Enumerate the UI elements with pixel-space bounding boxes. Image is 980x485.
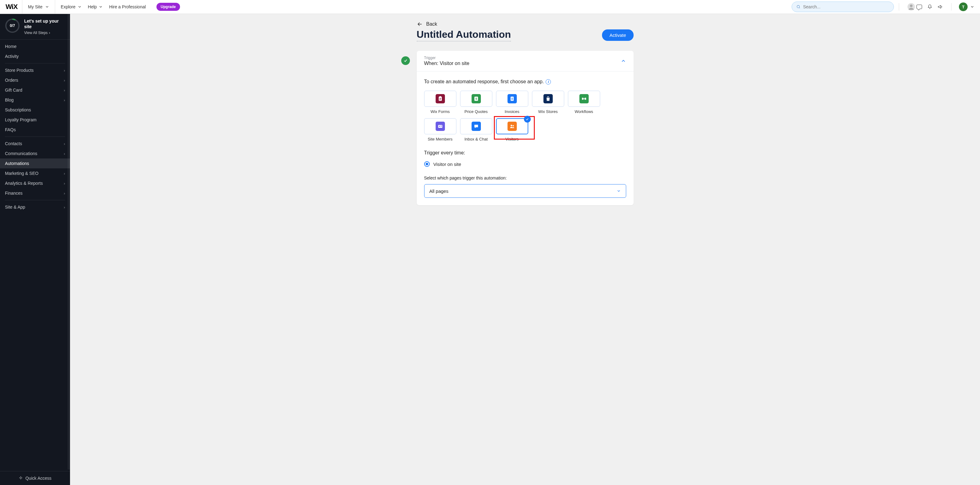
apps-grid: Wix Forms$Price QuotesInvoicesWix Stores… [424,91,626,141]
instruction-text: To create an automated response, first c… [424,79,626,84]
radio-option[interactable]: Visitor on site [424,161,626,167]
info-icon[interactable]: i [546,79,551,84]
sidebar-item-activity[interactable]: Activity [0,51,70,61]
scrollbar[interactable] [68,14,70,469]
dollar-icon: $ [472,94,481,103]
chevron-right-icon: › [64,78,65,82]
search-input[interactable] [803,4,889,9]
progress-value: 0/7 [5,18,20,33]
app-tile-button[interactable] [568,91,600,107]
sidebar-item-contacts[interactable]: Contacts› [0,139,70,149]
sidebar-item-faqs[interactable]: FAQs [0,125,70,135]
pages-label: Select which pages trigger this automati… [424,176,626,181]
sidebar-item-blog[interactable]: Blog› [0,95,70,105]
pages-dropdown[interactable]: All pages [424,184,626,198]
chevron-down-icon [78,5,82,9]
sidebar-item-label: Analytics & Reports [5,181,43,186]
chevron-up-icon[interactable] [620,58,626,64]
back-link[interactable]: Back [417,21,633,27]
activate-button[interactable]: Activate [602,29,633,41]
sidebar-item-label: Activity [5,54,19,59]
chevron-right-icon: › [64,88,65,92]
chevron-down-icon [45,5,49,9]
search-box[interactable] [792,2,894,12]
pages-value: All pages [430,189,449,194]
megaphone-icon[interactable] [937,4,943,10]
sidebar-item-finances[interactable]: Finances› [0,188,70,198]
sidebar-item-gift-card[interactable]: Gift Card› [0,85,70,95]
sidebar-item-communications[interactable]: Communications› [0,149,70,158]
sidebar-item-automations[interactable]: Automations [0,158,70,168]
svg-rect-6 [439,96,441,97]
app-tile-site-members: Site Members [424,118,457,141]
chat-icon [916,5,922,9]
account-menu[interactable]: T [956,3,977,11]
chevron-right-icon: › [49,31,50,35]
nav-help-label: Help [88,4,97,9]
sidebar-item-site-app[interactable]: Site & App› [0,202,70,212]
sidebar-item-label: Home [5,44,16,49]
svg-point-13 [439,126,440,127]
card-title: When: Visitor on site [424,61,469,66]
trigger-heading: Trigger every time: [424,150,626,156]
card-header[interactable]: Trigger When: Visitor on site [417,51,633,71]
app-label: Visitors [505,137,519,141]
svg-rect-5 [439,97,442,101]
sidebar-item-loyalty-program[interactable]: Loyalty Program [0,115,70,125]
app-tile-workflows: Workflows [568,91,600,114]
sidebar-item-store-products[interactable]: Store Products› [0,65,70,75]
setup-progress[interactable]: 0/7 Let's set up your site View All Step… [0,14,70,40]
radio-dot [426,163,428,165]
chevron-right-icon: › [64,141,65,146]
id-icon [436,122,445,131]
progress-ring: 0/7 [5,18,20,33]
app-tile-visitors: Visitors [496,118,528,141]
wix-logo[interactable]: WiX [6,3,18,11]
chevron-down-icon [970,5,974,9]
sidebar-item-analytics-reports[interactable]: Analytics & Reports› [0,178,70,188]
app-tile-wix-forms: Wix Forms [424,91,457,114]
app-tile-wix-stores: Wix Stores [532,91,564,114]
svg-point-2 [910,4,913,7]
nav-explore[interactable]: Explore [61,4,81,9]
app-tile-button[interactable] [496,118,528,134]
status-check-icon [401,56,410,65]
sidebar-item-orders[interactable]: Orders› [0,75,70,85]
chevron-right-icon: › [64,68,65,73]
svg-rect-10 [582,98,584,100]
sidebar-item-subscriptions[interactable]: Subscriptions [0,105,70,115]
app-tile-button[interactable] [424,91,457,107]
svg-text:$: $ [475,97,477,100]
sidebar-item-home[interactable]: Home [0,41,70,51]
app-tile-button[interactable] [460,118,492,134]
app-tile-button[interactable] [496,91,528,107]
view-steps-label: View All Steps [24,31,48,35]
profile-chat[interactable] [907,3,922,11]
app-tile-button[interactable]: $ [460,91,492,107]
sidebar-item-marketing-seo[interactable]: Marketing & SEO› [0,168,70,178]
sidebar-item-label: Site & App [5,204,25,209]
clipboard-icon [436,94,445,103]
sparkle-icon [19,476,23,480]
divider [951,3,951,11]
app-tile-button[interactable] [532,91,564,107]
radio-input[interactable] [424,161,430,167]
user-avatar: T [959,3,967,11]
nav-help[interactable]: Help [88,4,103,9]
nav-hire[interactable]: Hire a Professional [109,4,146,9]
view-steps-link[interactable]: View All Steps › [24,31,65,35]
automation-title[interactable]: Untitled Automation [417,29,511,41]
app-label: Site Members [428,137,452,141]
app-tile-price-quotes: $Price Quotes [460,91,492,114]
sidebar-item-label: Store Products [5,68,34,73]
quick-access[interactable]: Quick Access [0,471,70,485]
radio-label: Visitor on site [433,162,461,167]
upgrade-button[interactable]: Upgrade [156,3,180,11]
app-tile-inbox-chat: Inbox & Chat [460,118,492,141]
selected-check-icon [524,116,531,122]
svg-point-14 [511,125,512,126]
app-tile-button[interactable] [424,118,457,134]
site-selector[interactable]: My Site [22,0,55,14]
sidebar-item-label: Automations [5,161,29,166]
bell-icon[interactable] [927,4,932,10]
